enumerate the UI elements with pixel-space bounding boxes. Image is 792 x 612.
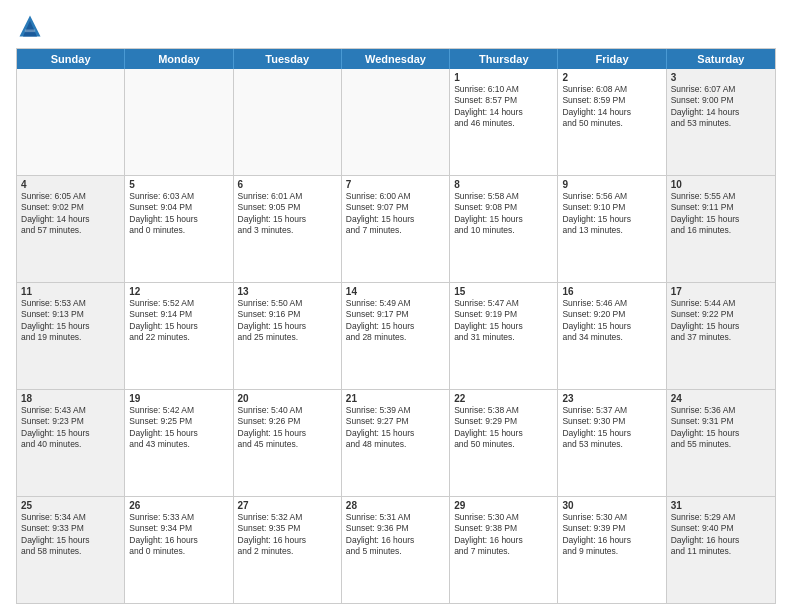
day-info: Sunrise: 5:31 AM Sunset: 9:36 PM Dayligh…: [346, 512, 445, 558]
day-number: 30: [562, 500, 661, 511]
day-number: 3: [671, 72, 771, 83]
day-info: Sunrise: 5:38 AM Sunset: 9:29 PM Dayligh…: [454, 405, 553, 451]
calendar-cell-29: 29Sunrise: 5:30 AM Sunset: 9:38 PM Dayli…: [450, 497, 558, 603]
day-info: Sunrise: 5:32 AM Sunset: 9:35 PM Dayligh…: [238, 512, 337, 558]
day-number: 18: [21, 393, 120, 404]
day-info: Sunrise: 5:56 AM Sunset: 9:10 PM Dayligh…: [562, 191, 661, 237]
calendar-row-2: 4Sunrise: 6:05 AM Sunset: 9:02 PM Daylig…: [17, 176, 775, 283]
day-number: 9: [562, 179, 661, 190]
day-number: 26: [129, 500, 228, 511]
calendar-cell-6: 6Sunrise: 6:01 AM Sunset: 9:05 PM Daylig…: [234, 176, 342, 282]
calendar-cell-16: 16Sunrise: 5:46 AM Sunset: 9:20 PM Dayli…: [558, 283, 666, 389]
day-info: Sunrise: 6:08 AM Sunset: 8:59 PM Dayligh…: [562, 84, 661, 130]
logo: [16, 12, 48, 40]
day-info: Sunrise: 6:07 AM Sunset: 9:00 PM Dayligh…: [671, 84, 771, 130]
calendar-cell-10: 10Sunrise: 5:55 AM Sunset: 9:11 PM Dayli…: [667, 176, 775, 282]
calendar-cell-17: 17Sunrise: 5:44 AM Sunset: 9:22 PM Dayli…: [667, 283, 775, 389]
day-number: 13: [238, 286, 337, 297]
day-info: Sunrise: 5:53 AM Sunset: 9:13 PM Dayligh…: [21, 298, 120, 344]
calendar: SundayMondayTuesdayWednesdayThursdayFrid…: [16, 48, 776, 604]
day-info: Sunrise: 5:37 AM Sunset: 9:30 PM Dayligh…: [562, 405, 661, 451]
day-number: 19: [129, 393, 228, 404]
logo-icon: [16, 12, 44, 40]
day-info: Sunrise: 5:55 AM Sunset: 9:11 PM Dayligh…: [671, 191, 771, 237]
calendar-cell-20: 20Sunrise: 5:40 AM Sunset: 9:26 PM Dayli…: [234, 390, 342, 496]
calendar-header: SundayMondayTuesdayWednesdayThursdayFrid…: [17, 49, 775, 69]
calendar-cell-24: 24Sunrise: 5:36 AM Sunset: 9:31 PM Dayli…: [667, 390, 775, 496]
calendar-row-3: 11Sunrise: 5:53 AM Sunset: 9:13 PM Dayli…: [17, 283, 775, 390]
day-number: 4: [21, 179, 120, 190]
day-number: 27: [238, 500, 337, 511]
weekday-header-saturday: Saturday: [667, 49, 775, 69]
day-number: 25: [21, 500, 120, 511]
day-number: 7: [346, 179, 445, 190]
weekday-header-sunday: Sunday: [17, 49, 125, 69]
calendar-cell-3: 3Sunrise: 6:07 AM Sunset: 9:00 PM Daylig…: [667, 69, 775, 175]
day-info: Sunrise: 6:00 AM Sunset: 9:07 PM Dayligh…: [346, 191, 445, 237]
calendar-cell-9: 9Sunrise: 5:56 AM Sunset: 9:10 PM Daylig…: [558, 176, 666, 282]
calendar-cell-empty-0-1: [125, 69, 233, 175]
calendar-row-5: 25Sunrise: 5:34 AM Sunset: 9:33 PM Dayli…: [17, 497, 775, 603]
calendar-cell-25: 25Sunrise: 5:34 AM Sunset: 9:33 PM Dayli…: [17, 497, 125, 603]
weekday-header-tuesday: Tuesday: [234, 49, 342, 69]
day-info: Sunrise: 5:30 AM Sunset: 9:39 PM Dayligh…: [562, 512, 661, 558]
day-info: Sunrise: 5:44 AM Sunset: 9:22 PM Dayligh…: [671, 298, 771, 344]
day-number: 17: [671, 286, 771, 297]
day-number: 14: [346, 286, 445, 297]
day-number: 10: [671, 179, 771, 190]
calendar-cell-27: 27Sunrise: 5:32 AM Sunset: 9:35 PM Dayli…: [234, 497, 342, 603]
calendar-cell-21: 21Sunrise: 5:39 AM Sunset: 9:27 PM Dayli…: [342, 390, 450, 496]
day-info: Sunrise: 5:46 AM Sunset: 9:20 PM Dayligh…: [562, 298, 661, 344]
calendar-body: 1Sunrise: 6:10 AM Sunset: 8:57 PM Daylig…: [17, 69, 775, 603]
day-info: Sunrise: 6:03 AM Sunset: 9:04 PM Dayligh…: [129, 191, 228, 237]
day-info: Sunrise: 5:52 AM Sunset: 9:14 PM Dayligh…: [129, 298, 228, 344]
calendar-cell-13: 13Sunrise: 5:50 AM Sunset: 9:16 PM Dayli…: [234, 283, 342, 389]
day-info: Sunrise: 5:36 AM Sunset: 9:31 PM Dayligh…: [671, 405, 771, 451]
day-number: 28: [346, 500, 445, 511]
calendar-cell-empty-0-2: [234, 69, 342, 175]
day-info: Sunrise: 5:42 AM Sunset: 9:25 PM Dayligh…: [129, 405, 228, 451]
day-number: 24: [671, 393, 771, 404]
day-info: Sunrise: 5:43 AM Sunset: 9:23 PM Dayligh…: [21, 405, 120, 451]
day-info: Sunrise: 5:29 AM Sunset: 9:40 PM Dayligh…: [671, 512, 771, 558]
calendar-cell-2: 2Sunrise: 6:08 AM Sunset: 8:59 PM Daylig…: [558, 69, 666, 175]
calendar-cell-11: 11Sunrise: 5:53 AM Sunset: 9:13 PM Dayli…: [17, 283, 125, 389]
calendar-cell-30: 30Sunrise: 5:30 AM Sunset: 9:39 PM Dayli…: [558, 497, 666, 603]
calendar-cell-18: 18Sunrise: 5:43 AM Sunset: 9:23 PM Dayli…: [17, 390, 125, 496]
day-number: 12: [129, 286, 228, 297]
day-number: 6: [238, 179, 337, 190]
day-number: 16: [562, 286, 661, 297]
weekday-header-monday: Monday: [125, 49, 233, 69]
header: [16, 12, 776, 40]
day-info: Sunrise: 5:39 AM Sunset: 9:27 PM Dayligh…: [346, 405, 445, 451]
svg-rect-2: [25, 30, 36, 33]
day-info: Sunrise: 5:58 AM Sunset: 9:08 PM Dayligh…: [454, 191, 553, 237]
day-number: 29: [454, 500, 553, 511]
calendar-cell-19: 19Sunrise: 5:42 AM Sunset: 9:25 PM Dayli…: [125, 390, 233, 496]
weekday-header-thursday: Thursday: [450, 49, 558, 69]
day-number: 5: [129, 179, 228, 190]
calendar-cell-22: 22Sunrise: 5:38 AM Sunset: 9:29 PM Dayli…: [450, 390, 558, 496]
day-number: 2: [562, 72, 661, 83]
calendar-cell-8: 8Sunrise: 5:58 AM Sunset: 9:08 PM Daylig…: [450, 176, 558, 282]
day-number: 20: [238, 393, 337, 404]
calendar-cell-7: 7Sunrise: 6:00 AM Sunset: 9:07 PM Daylig…: [342, 176, 450, 282]
day-info: Sunrise: 5:49 AM Sunset: 9:17 PM Dayligh…: [346, 298, 445, 344]
calendar-cell-empty-0-0: [17, 69, 125, 175]
calendar-cell-26: 26Sunrise: 5:33 AM Sunset: 9:34 PM Dayli…: [125, 497, 233, 603]
day-info: Sunrise: 5:34 AM Sunset: 9:33 PM Dayligh…: [21, 512, 120, 558]
day-number: 21: [346, 393, 445, 404]
calendar-cell-14: 14Sunrise: 5:49 AM Sunset: 9:17 PM Dayli…: [342, 283, 450, 389]
day-info: Sunrise: 5:47 AM Sunset: 9:19 PM Dayligh…: [454, 298, 553, 344]
day-number: 1: [454, 72, 553, 83]
day-number: 22: [454, 393, 553, 404]
calendar-row-1: 1Sunrise: 6:10 AM Sunset: 8:57 PM Daylig…: [17, 69, 775, 176]
weekday-header-friday: Friday: [558, 49, 666, 69]
day-info: Sunrise: 5:30 AM Sunset: 9:38 PM Dayligh…: [454, 512, 553, 558]
calendar-cell-5: 5Sunrise: 6:03 AM Sunset: 9:04 PM Daylig…: [125, 176, 233, 282]
calendar-row-4: 18Sunrise: 5:43 AM Sunset: 9:23 PM Dayli…: [17, 390, 775, 497]
day-number: 31: [671, 500, 771, 511]
day-info: Sunrise: 5:50 AM Sunset: 9:16 PM Dayligh…: [238, 298, 337, 344]
calendar-cell-1: 1Sunrise: 6:10 AM Sunset: 8:57 PM Daylig…: [450, 69, 558, 175]
calendar-cell-4: 4Sunrise: 6:05 AM Sunset: 9:02 PM Daylig…: [17, 176, 125, 282]
